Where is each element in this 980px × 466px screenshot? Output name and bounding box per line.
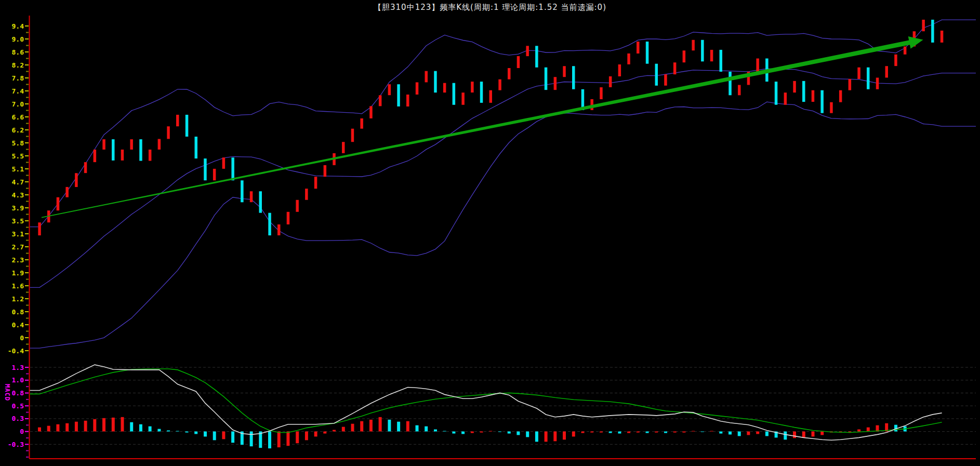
macd-y-label: 0.8 xyxy=(12,389,24,397)
candle xyxy=(314,177,317,189)
macd-histogram-bar xyxy=(738,432,741,436)
macd-y-label: -0.3 xyxy=(8,441,24,448)
candle xyxy=(655,64,658,86)
candle xyxy=(793,81,796,92)
candle xyxy=(664,74,667,86)
chart-window: 9.49.08.68.27.87.47.06.66.25.85.55.14.74… xyxy=(0,0,980,466)
candle xyxy=(876,78,879,89)
main-y-label: 0 xyxy=(20,334,24,342)
macd-histogram-bar xyxy=(553,432,557,442)
candle xyxy=(627,54,630,64)
macd-histogram-bar xyxy=(250,432,253,447)
macd-histogram-bar xyxy=(535,432,538,442)
macd-histogram-bar xyxy=(296,432,299,444)
candle xyxy=(351,129,354,142)
candle xyxy=(756,59,759,72)
macd-histogram-bar xyxy=(563,432,566,440)
macd-histogram-bar xyxy=(867,428,870,432)
macd-histogram-bar xyxy=(480,432,483,433)
macd-histogram-bar xyxy=(489,431,492,432)
main-y-label: 0.4 xyxy=(12,321,24,329)
candle xyxy=(222,157,226,169)
boll-lower-band xyxy=(30,102,976,348)
chart-canvas[interactable]: 9.49.08.68.27.87.47.06.66.25.85.55.14.74… xyxy=(0,0,980,466)
macd-gridlines xyxy=(30,367,976,444)
candle xyxy=(738,85,741,96)
candle xyxy=(609,76,612,87)
candle xyxy=(802,81,805,102)
candle xyxy=(673,62,677,74)
macd-y-label: 0.3 xyxy=(12,415,24,422)
macd-histogram-bar xyxy=(360,421,363,432)
candle xyxy=(545,68,548,90)
candle xyxy=(231,157,234,180)
macd-histogram-bar xyxy=(600,432,603,433)
macd-histogram-bar xyxy=(406,421,409,432)
main-y-label: 3.9 xyxy=(12,204,24,212)
main-y-label: 3.1 xyxy=(12,230,24,238)
macd-histogram-bar xyxy=(222,432,225,440)
candle xyxy=(379,95,382,106)
candle xyxy=(885,66,889,77)
candle xyxy=(397,84,400,106)
candle xyxy=(535,46,538,68)
main-y-label: 0.8 xyxy=(12,308,24,316)
candle xyxy=(324,165,327,177)
main-y-label: 5.5 xyxy=(12,152,24,160)
candle xyxy=(75,173,78,187)
macd-histogram-bar xyxy=(84,421,87,432)
macd-histogram-bar xyxy=(47,426,50,432)
candle xyxy=(167,126,170,139)
bollinger-bands xyxy=(30,20,976,348)
candle xyxy=(416,82,419,95)
candle xyxy=(572,66,575,89)
macd-histogram-bar xyxy=(443,431,446,432)
candle xyxy=(894,55,897,66)
macd-histogram-bar xyxy=(609,432,612,433)
macd-y-label: 0 xyxy=(20,428,24,435)
macd-histogram-bar xyxy=(379,417,382,432)
main-y-label: 1.2 xyxy=(12,295,24,303)
macd-histogram-bar xyxy=(388,420,391,432)
candle xyxy=(277,224,281,235)
main-y-label: 8.2 xyxy=(12,61,24,69)
candle xyxy=(830,102,833,113)
boll-middle-band xyxy=(30,69,976,287)
price-axis: 9.49.08.68.27.87.47.06.66.25.85.55.14.74… xyxy=(4,16,976,459)
macd-histogram-bar xyxy=(112,418,115,432)
macd-histogram-bar xyxy=(710,431,713,432)
trend-arrow xyxy=(42,36,923,218)
macd-histogram-bar xyxy=(682,432,685,433)
macd-y-label: 1.0 xyxy=(12,376,24,384)
candle xyxy=(498,79,501,90)
macd-histogram-bar xyxy=(323,432,326,434)
candle xyxy=(388,84,391,95)
macd-histogram-bar xyxy=(93,419,96,432)
macd-histogram-bar xyxy=(425,427,428,432)
macd-histogram-bar xyxy=(747,432,750,435)
main-y-label: 3.5 xyxy=(12,217,24,225)
macd-histogram-bar xyxy=(213,432,216,441)
candle xyxy=(195,137,198,158)
candle xyxy=(683,50,686,62)
main-y-label: 5.8 xyxy=(12,139,24,147)
main-y-label: 4.3 xyxy=(12,191,24,199)
macd-histogram-bar xyxy=(351,424,354,432)
macd-histogram-bar xyxy=(194,432,197,434)
macd-histogram-bar xyxy=(812,432,815,437)
candle xyxy=(480,82,483,103)
macd-histogram-bar xyxy=(277,432,281,448)
candle xyxy=(213,169,216,180)
macd-histogram-bar xyxy=(397,422,400,432)
macd-histogram-bar xyxy=(186,432,189,433)
candle xyxy=(443,83,446,93)
macd-histogram-bar xyxy=(784,432,787,440)
macd-histogram-bar xyxy=(802,432,805,438)
candle xyxy=(508,68,511,79)
candle xyxy=(600,87,603,99)
candle xyxy=(820,90,824,113)
candle xyxy=(94,150,97,162)
macd-histogram-bar xyxy=(572,432,575,437)
candle xyxy=(554,77,557,90)
main-y-label: 1.9 xyxy=(12,269,24,277)
